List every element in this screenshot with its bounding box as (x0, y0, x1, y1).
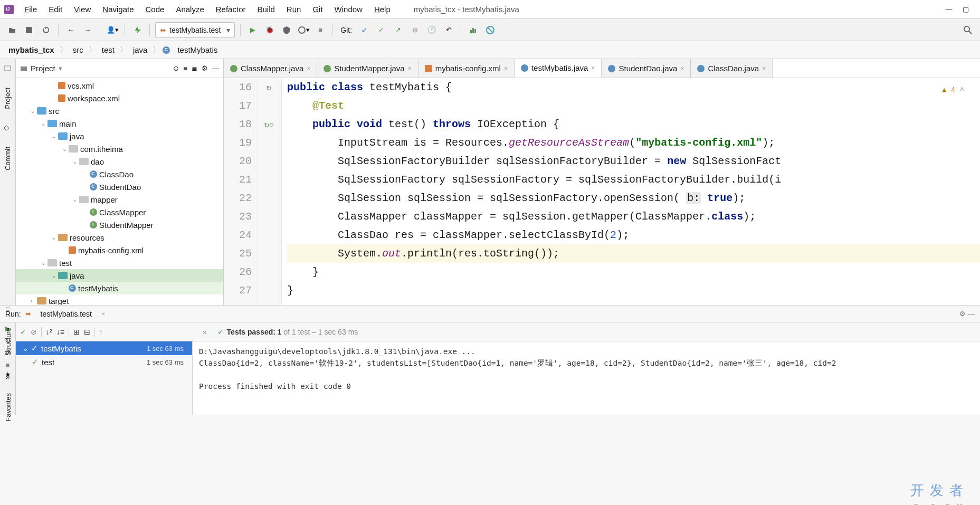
tree-row[interactable]: ⌄test (16, 256, 223, 269)
console-output[interactable]: D:\Javashangguigu\developtools\jdk1.8.0_… (192, 341, 980, 415)
collapse-all-button[interactable]: ⊟ (84, 328, 90, 336)
minimize-button[interactable]: — (944, 5, 954, 14)
tree-row[interactable]: ⌄src (16, 104, 223, 117)
sort-button[interactable]: ↓² (46, 328, 52, 336)
close-icon[interactable]: × (591, 64, 595, 72)
close-icon[interactable]: × (762, 65, 766, 72)
tree-row[interactable]: ⌄resources (16, 231, 223, 244)
project-tab[interactable]: Project (3, 83, 13, 113)
breadcrumb-item[interactable]: test (99, 44, 118, 55)
gutter-icons[interactable]: ↻↻⊖ (256, 78, 282, 305)
structure-tab[interactable]: Structure (3, 323, 13, 360)
debug-button[interactable]: 🐞 (263, 23, 277, 37)
project-tree[interactable]: vcs.xmlworkspace.xml⌄src⌄main⌄java⌄com.i… (16, 78, 223, 305)
structure-tab-icon[interactable]: ≡ (6, 305, 10, 313)
git-update-button[interactable]: ↙ (357, 23, 371, 37)
git-clock-button[interactable]: 🕐 (425, 23, 439, 37)
tree-row[interactable]: ⌄java (16, 130, 223, 142)
menu-view[interactable]: View (70, 3, 95, 16)
git-push-button[interactable]: ↗ (391, 23, 405, 37)
menu-navigate[interactable]: Navigate (98, 3, 138, 16)
close-icon[interactable]: × (101, 310, 106, 318)
breadcrumb-item[interactable]: src (70, 44, 87, 55)
tree-row[interactable]: ⌄java (16, 269, 223, 282)
tree-row[interactable]: ⌄mapper (16, 193, 223, 206)
breadcrumb-item[interactable]: mybatis_tcx (5, 44, 58, 55)
breadcrumb-item[interactable]: testMybatis (174, 44, 221, 55)
tree-row[interactable]: ClassMapper (16, 206, 223, 218)
fail-filter-button[interactable]: ⊘ (31, 328, 37, 336)
gear-icon[interactable]: ⚙ — (959, 310, 975, 318)
search-button[interactable] (961, 23, 975, 37)
profile-button[interactable]: ▾ (297, 23, 310, 37)
tree-row[interactable]: ⌄dao (16, 155, 223, 168)
expand-button[interactable]: ≡ (183, 64, 187, 72)
open-button[interactable] (5, 23, 19, 37)
test-tree[interactable]: ⌄✓testMybatis1 sec 63 ms✓test1 sec 63 ms (16, 341, 192, 415)
line-gutter[interactable]: 161718192021222324252627 (224, 78, 256, 305)
project-tab-icon[interactable] (4, 64, 12, 73)
menu-git[interactable]: Git (308, 3, 327, 16)
tree-row[interactable]: ClassDao (16, 168, 223, 180)
breadcrumb-item[interactable]: java (130, 44, 151, 55)
editor-tab[interactable]: StudentDao.java× (602, 59, 691, 78)
menu-edit[interactable]: Edit (44, 3, 66, 16)
expand-all-button[interactable]: ⊞ (73, 328, 80, 336)
tree-row[interactable]: StudentDao (16, 180, 223, 193)
menu-window[interactable]: Window (330, 3, 367, 16)
build-button[interactable] (130, 23, 144, 37)
code-area[interactable]: public class testMybatis { @Test public … (282, 78, 980, 305)
test-row[interactable]: ✓test1 sec 63 ms (16, 355, 192, 369)
menu-code[interactable]: Code (141, 3, 169, 16)
commit-tab-icon[interactable]: ◇ (4, 123, 12, 132)
favorites-tab[interactable]: Favorites (3, 389, 13, 425)
run-button[interactable]: ▶ (246, 23, 260, 37)
avatar-button[interactable]: 👤▾ (106, 23, 119, 37)
editor-tab[interactable]: StudentMapper.java× (317, 59, 418, 78)
tree-row[interactable]: ⌄main (16, 117, 223, 130)
favorites-tab-icon[interactable]: ★ (5, 370, 11, 378)
pass-filter-button[interactable]: ✓ (20, 328, 26, 336)
git-revert-button[interactable]: ↶ (442, 23, 455, 37)
warning-badge[interactable]: 4 ^ (942, 81, 964, 100)
locate-button[interactable]: ⊙ (173, 64, 179, 72)
stop-button[interactable]: ■ (313, 23, 327, 37)
editor-tab[interactable]: testMybatis.java× (515, 59, 602, 78)
menu-file[interactable]: File (20, 3, 41, 16)
sync-button[interactable] (39, 23, 53, 37)
hide-button[interactable]: — (212, 64, 219, 72)
editor-tab[interactable]: ClassDao.java× (691, 59, 773, 78)
tree-row[interactable]: vcs.xml (16, 79, 223, 92)
git-history-button[interactable]: ⊕ (408, 23, 422, 37)
git-commit-button[interactable]: ✓ (374, 23, 388, 37)
close-icon[interactable]: × (504, 65, 508, 72)
menu-build[interactable]: Build (253, 3, 279, 16)
chart-button[interactable] (467, 23, 480, 37)
menu-refactor[interactable]: Refactor (212, 3, 250, 16)
commit-tab[interactable]: Commit (3, 142, 13, 175)
forward-button[interactable]: → (81, 23, 94, 37)
close-icon[interactable]: × (307, 65, 310, 72)
menu-help[interactable]: Help (370, 3, 395, 16)
more-icon[interactable]: » (203, 328, 207, 336)
tree-row[interactable]: mybatis-config.xml (16, 244, 223, 256)
editor-body[interactable]: 4 ^ 161718192021222324252627 ↻↻⊖ public … (224, 78, 980, 305)
coverage-button[interactable] (280, 23, 293, 37)
back-button[interactable]: ← (64, 23, 78, 37)
editor-tab[interactable]: ClassMapper.java× (224, 59, 317, 78)
tree-row[interactable]: workspace.xml (16, 92, 223, 104)
tree-row[interactable]: ⌄com.itheima (16, 142, 223, 155)
tree-row[interactable]: StudentMapper (16, 218, 223, 231)
settings-button[interactable]: ⚙ (202, 64, 208, 72)
close-icon[interactable]: × (680, 65, 684, 72)
menu-run[interactable]: Run (282, 3, 306, 16)
run-config-dropdown[interactable]: ⬌ testMybatis.test (155, 22, 235, 38)
tree-row[interactable]: ›target (16, 294, 223, 305)
close-icon[interactable]: × (408, 65, 412, 72)
collapse-button[interactable]: ≣ (192, 64, 197, 72)
tree-row[interactable]: testMybatis (16, 282, 223, 294)
save-button[interactable] (22, 23, 36, 37)
test-row[interactable]: ⌄✓testMybatis1 sec 63 ms (16, 341, 192, 355)
up-button[interactable]: ↑ (99, 328, 103, 336)
no-entry-button[interactable] (483, 23, 497, 37)
